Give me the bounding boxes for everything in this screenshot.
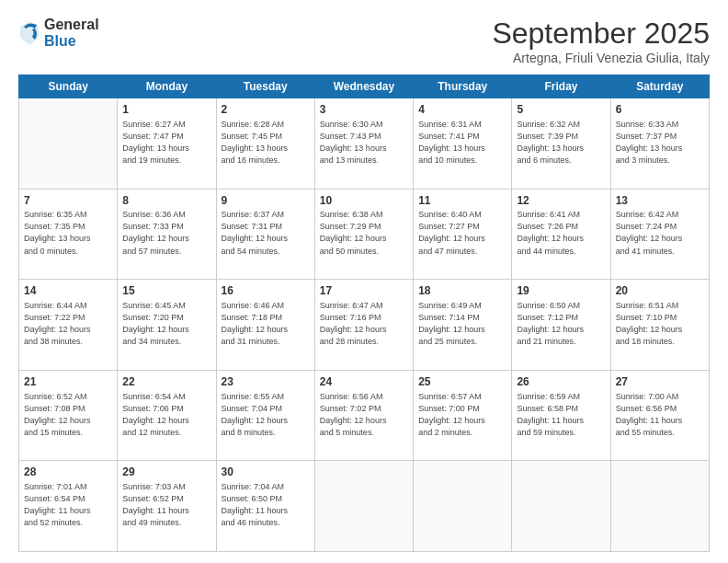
day-number: 22 bbox=[122, 374, 210, 390]
day-number: 1 bbox=[122, 102, 210, 118]
day-cell: 16Sunrise: 6:46 AM Sunset: 7:18 PM Dayli… bbox=[216, 280, 314, 371]
week-row-2: 7Sunrise: 6:35 AM Sunset: 7:35 PM Daylig… bbox=[19, 189, 710, 280]
day-number: 26 bbox=[517, 374, 605, 390]
day-cell bbox=[512, 461, 610, 552]
day-cell: 8Sunrise: 6:36 AM Sunset: 7:33 PM Daylig… bbox=[118, 189, 216, 280]
week-row-4: 21Sunrise: 6:52 AM Sunset: 7:08 PM Dayli… bbox=[19, 370, 710, 461]
header-thursday: Thursday bbox=[414, 75, 512, 98]
day-number: 9 bbox=[222, 193, 310, 209]
day-info: Sunrise: 6:30 AM Sunset: 7:43 PM Dayligh… bbox=[320, 119, 408, 167]
day-number: 6 bbox=[616, 102, 704, 118]
header-saturday: Saturday bbox=[610, 75, 709, 98]
day-number: 8 bbox=[122, 193, 210, 209]
day-info: Sunrise: 6:27 AM Sunset: 7:47 PM Dayligh… bbox=[122, 119, 210, 167]
header-wednesday: Wednesday bbox=[314, 75, 413, 98]
week-row-1: 1Sunrise: 6:27 AM Sunset: 7:47 PM Daylig… bbox=[19, 98, 710, 190]
day-number: 10 bbox=[320, 193, 408, 209]
day-number: 27 bbox=[616, 374, 704, 390]
header-sunday: Sunday bbox=[19, 75, 118, 98]
header-monday: Monday bbox=[118, 75, 216, 98]
day-number: 5 bbox=[517, 102, 605, 118]
day-number: 20 bbox=[616, 283, 704, 299]
day-cell: 17Sunrise: 6:47 AM Sunset: 7:16 PM Dayli… bbox=[314, 280, 413, 371]
day-number: 7 bbox=[24, 193, 112, 209]
day-cell: 26Sunrise: 6:59 AM Sunset: 6:58 PM Dayli… bbox=[512, 370, 610, 461]
day-cell: 24Sunrise: 6:56 AM Sunset: 7:02 PM Dayli… bbox=[314, 370, 413, 461]
day-number: 25 bbox=[418, 374, 506, 390]
day-cell: 11Sunrise: 6:40 AM Sunset: 7:27 PM Dayli… bbox=[414, 189, 512, 280]
day-info: Sunrise: 6:52 AM Sunset: 7:08 PM Dayligh… bbox=[24, 391, 112, 439]
day-number: 12 bbox=[517, 193, 605, 209]
day-cell: 21Sunrise: 6:52 AM Sunset: 7:08 PM Dayli… bbox=[19, 370, 118, 461]
day-number: 24 bbox=[320, 374, 408, 390]
day-cell: 1Sunrise: 6:27 AM Sunset: 7:47 PM Daylig… bbox=[118, 98, 216, 190]
day-cell: 23Sunrise: 6:55 AM Sunset: 7:04 PM Dayli… bbox=[216, 370, 314, 461]
logo-blue-text: Blue bbox=[44, 33, 99, 50]
day-info: Sunrise: 6:46 AM Sunset: 7:18 PM Dayligh… bbox=[222, 300, 310, 348]
day-info: Sunrise: 6:56 AM Sunset: 7:02 PM Dayligh… bbox=[320, 391, 408, 439]
day-cell: 22Sunrise: 6:54 AM Sunset: 7:06 PM Dayli… bbox=[118, 370, 216, 461]
day-number: 28 bbox=[24, 465, 112, 480]
day-cell: 6Sunrise: 6:33 AM Sunset: 7:37 PM Daylig… bbox=[610, 98, 709, 190]
day-cell: 10Sunrise: 6:38 AM Sunset: 7:29 PM Dayli… bbox=[314, 189, 413, 280]
day-cell: 20Sunrise: 6:51 AM Sunset: 7:10 PM Dayli… bbox=[610, 280, 709, 371]
day-info: Sunrise: 6:47 AM Sunset: 7:16 PM Dayligh… bbox=[320, 300, 408, 348]
day-number: 2 bbox=[222, 102, 310, 118]
day-cell: 15Sunrise: 6:45 AM Sunset: 7:20 PM Dayli… bbox=[118, 280, 216, 371]
day-number: 15 bbox=[122, 283, 210, 299]
week-row-3: 14Sunrise: 6:44 AM Sunset: 7:22 PM Dayli… bbox=[19, 280, 710, 371]
day-info: Sunrise: 6:49 AM Sunset: 7:14 PM Dayligh… bbox=[418, 300, 506, 348]
day-cell: 2Sunrise: 6:28 AM Sunset: 7:45 PM Daylig… bbox=[216, 98, 314, 190]
day-info: Sunrise: 6:38 AM Sunset: 7:29 PM Dayligh… bbox=[320, 209, 408, 257]
day-info: Sunrise: 6:44 AM Sunset: 7:22 PM Dayligh… bbox=[24, 300, 112, 348]
day-number: 13 bbox=[616, 193, 704, 209]
day-info: Sunrise: 7:04 AM Sunset: 6:50 PM Dayligh… bbox=[222, 481, 310, 529]
day-info: Sunrise: 6:45 AM Sunset: 7:20 PM Dayligh… bbox=[122, 300, 210, 348]
logo: General Blue bbox=[18, 17, 99, 49]
day-info: Sunrise: 6:41 AM Sunset: 7:26 PM Dayligh… bbox=[517, 209, 605, 257]
day-info: Sunrise: 6:31 AM Sunset: 7:41 PM Dayligh… bbox=[418, 119, 506, 167]
day-number: 30 bbox=[222, 465, 310, 480]
logo-icon bbox=[18, 19, 40, 47]
day-cell: 19Sunrise: 6:50 AM Sunset: 7:12 PM Dayli… bbox=[512, 280, 610, 371]
day-info: Sunrise: 7:00 AM Sunset: 6:56 PM Dayligh… bbox=[616, 391, 704, 439]
day-number: 17 bbox=[320, 283, 408, 299]
day-info: Sunrise: 6:59 AM Sunset: 6:58 PM Dayligh… bbox=[517, 391, 605, 439]
day-info: Sunrise: 6:36 AM Sunset: 7:33 PM Dayligh… bbox=[122, 209, 210, 257]
day-cell bbox=[19, 98, 118, 190]
day-number: 19 bbox=[517, 283, 605, 299]
header-friday: Friday bbox=[512, 75, 610, 98]
day-number: 11 bbox=[418, 193, 506, 209]
day-info: Sunrise: 6:32 AM Sunset: 7:39 PM Dayligh… bbox=[517, 119, 605, 167]
day-info: Sunrise: 6:50 AM Sunset: 7:12 PM Dayligh… bbox=[517, 300, 605, 348]
day-number: 23 bbox=[222, 374, 310, 390]
title-block: September 2025 Artegna, Friuli Venezia G… bbox=[492, 17, 710, 65]
day-info: Sunrise: 6:54 AM Sunset: 7:06 PM Dayligh… bbox=[122, 391, 210, 439]
day-cell: 12Sunrise: 6:41 AM Sunset: 7:26 PM Dayli… bbox=[512, 189, 610, 280]
day-cell bbox=[610, 461, 709, 552]
day-info: Sunrise: 6:37 AM Sunset: 7:31 PM Dayligh… bbox=[222, 209, 310, 257]
weekday-header-row: Sunday Monday Tuesday Wednesday Thursday… bbox=[19, 75, 710, 98]
day-number: 4 bbox=[418, 102, 506, 118]
day-cell: 4Sunrise: 6:31 AM Sunset: 7:41 PM Daylig… bbox=[414, 98, 512, 190]
day-number: 3 bbox=[320, 102, 408, 118]
day-info: Sunrise: 6:51 AM Sunset: 7:10 PM Dayligh… bbox=[616, 300, 704, 348]
day-info: Sunrise: 6:55 AM Sunset: 7:04 PM Dayligh… bbox=[222, 391, 310, 439]
day-info: Sunrise: 6:57 AM Sunset: 7:00 PM Dayligh… bbox=[418, 391, 506, 439]
header: General Blue September 2025 Artegna, Fri… bbox=[18, 17, 710, 65]
day-number: 16 bbox=[222, 283, 310, 299]
header-tuesday: Tuesday bbox=[216, 75, 314, 98]
day-cell: 28Sunrise: 7:01 AM Sunset: 6:54 PM Dayli… bbox=[19, 461, 118, 552]
day-info: Sunrise: 6:40 AM Sunset: 7:27 PM Dayligh… bbox=[418, 209, 506, 257]
day-cell bbox=[414, 461, 512, 552]
calendar-table: Sunday Monday Tuesday Wednesday Thursday… bbox=[18, 75, 710, 552]
day-cell: 9Sunrise: 6:37 AM Sunset: 7:31 PM Daylig… bbox=[216, 189, 314, 280]
day-info: Sunrise: 7:01 AM Sunset: 6:54 PM Dayligh… bbox=[24, 481, 112, 529]
day-cell bbox=[314, 461, 413, 552]
day-cell: 7Sunrise: 6:35 AM Sunset: 7:35 PM Daylig… bbox=[19, 189, 118, 280]
day-number: 18 bbox=[418, 283, 506, 299]
day-cell: 18Sunrise: 6:49 AM Sunset: 7:14 PM Dayli… bbox=[414, 280, 512, 371]
day-info: Sunrise: 6:42 AM Sunset: 7:24 PM Dayligh… bbox=[616, 209, 704, 257]
day-number: 21 bbox=[24, 374, 112, 390]
day-cell: 3Sunrise: 6:30 AM Sunset: 7:43 PM Daylig… bbox=[314, 98, 413, 190]
